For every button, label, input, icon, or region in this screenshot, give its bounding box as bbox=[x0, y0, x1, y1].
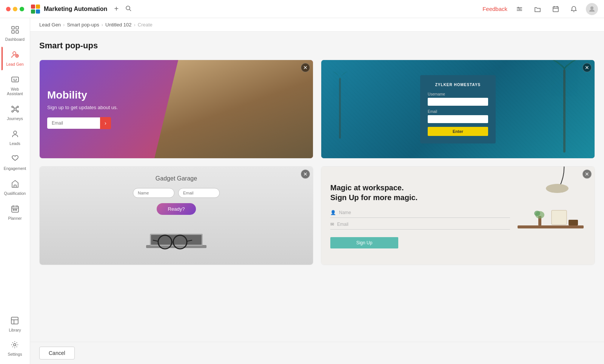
t4-name-icon: 👤 bbox=[330, 210, 336, 215]
settings-icon bbox=[11, 341, 19, 350]
main-layout: Dashboard Lead Gen Web Assistant Journey… bbox=[0, 18, 604, 364]
library-label: Library bbox=[9, 328, 21, 332]
sidebar-item-planner[interactable]: Planner bbox=[2, 201, 28, 224]
svg-rect-1 bbox=[36, 5, 40, 9]
breadcrumb-untitled[interactable]: Untitled 102 bbox=[105, 22, 131, 28]
templates-grid: Mobility Sign up to get updates about us… bbox=[39, 60, 595, 273]
t2-username-input[interactable] bbox=[428, 98, 488, 106]
sidebar-item-settings[interactable]: Settings bbox=[5, 337, 25, 360]
maximize-dot[interactable] bbox=[20, 7, 24, 11]
planner-icon bbox=[11, 205, 19, 214]
svg-rect-64 bbox=[552, 210, 567, 225]
t1-submit-button[interactable]: › bbox=[100, 117, 111, 129]
svg-point-30 bbox=[17, 106, 18, 108]
template-preview-zylker: ZYLKER HOMESTAYS Username Email Enter ✕ bbox=[321, 60, 595, 158]
svg-rect-11 bbox=[553, 7, 558, 12]
breadcrumb: Lead Gen › Smart pop-ups › Untitled 102 … bbox=[30, 18, 604, 32]
sidebar-item-dashboard[interactable]: Dashboard bbox=[2, 22, 28, 45]
svg-rect-42 bbox=[12, 206, 18, 212]
content-area: Lead Gen › Smart pop-ups › Untitled 102 … bbox=[30, 18, 604, 364]
qualification-label: Qualification bbox=[4, 191, 26, 196]
logo-icon bbox=[30, 4, 41, 14]
t4-title: Magic at workspace.Sign Up for more magi… bbox=[330, 183, 510, 202]
sidebar-item-qualification[interactable]: Qualification bbox=[2, 176, 28, 199]
svg-rect-53 bbox=[339, 78, 341, 139]
svg-point-68 bbox=[534, 211, 540, 216]
template-card-magic[interactable]: Magic at workspace.Sign Up for more magi… bbox=[321, 166, 595, 265]
svg-point-62 bbox=[546, 184, 569, 193]
template-card-mobility[interactable]: Mobility Sign up to get updates about us… bbox=[39, 60, 313, 159]
t3-fields bbox=[133, 188, 220, 198]
leads-label: Leads bbox=[9, 141, 20, 146]
t4-signup-button[interactable]: Sign Up bbox=[330, 237, 398, 248]
dashboard-icon bbox=[11, 26, 19, 35]
list-view-button[interactable] bbox=[513, 3, 525, 15]
minimize-dot[interactable] bbox=[13, 7, 17, 11]
app-logo: Marketing Automation bbox=[30, 4, 107, 14]
window-controls bbox=[6, 7, 24, 11]
svg-point-26 bbox=[13, 79, 14, 80]
folder-button[interactable] bbox=[532, 3, 544, 15]
sidebar-item-leads[interactable]: Leads bbox=[2, 126, 28, 150]
user-avatar[interactable] bbox=[586, 3, 598, 15]
svg-point-21 bbox=[13, 52, 16, 55]
titlebar-right: Feedback bbox=[482, 3, 598, 15]
engagement-label: Engagement bbox=[4, 166, 26, 171]
feedback-button[interactable]: Feedback bbox=[482, 6, 507, 12]
template-card-zylker[interactable]: ZYLKER HOMESTAYS Username Email Enter ✕ bbox=[321, 60, 595, 159]
sidebar-item-journeys[interactable]: Journeys bbox=[2, 101, 28, 125]
template-preview-magic: Magic at workspace.Sign Up for more magi… bbox=[321, 167, 595, 265]
template-close-zylker[interactable]: ✕ bbox=[582, 63, 592, 72]
t2-brand: ZYLKER HOMESTAYS bbox=[428, 83, 488, 87]
sidebar-item-engagement[interactable]: Engagement bbox=[2, 151, 28, 174]
breadcrumb-sep-1: › bbox=[63, 22, 65, 28]
svg-rect-63 bbox=[518, 225, 584, 228]
app-title: Marketing Automation bbox=[44, 6, 107, 12]
page-title: Smart pop-ups bbox=[39, 41, 595, 51]
t1-email-input[interactable] bbox=[47, 117, 100, 129]
sidebar-item-library[interactable]: Library bbox=[5, 313, 25, 336]
library-icon bbox=[11, 316, 19, 326]
notifications-button[interactable] bbox=[568, 3, 580, 15]
svg-line-36 bbox=[16, 110, 17, 111]
add-button[interactable]: + bbox=[112, 5, 121, 14]
sidebar-item-lead-gen[interactable]: Lead Gen bbox=[2, 47, 28, 70]
template-close-gadget[interactable]: ✕ bbox=[301, 170, 310, 179]
engagement-icon bbox=[11, 155, 19, 165]
svg-rect-17 bbox=[12, 26, 14, 29]
template-preview-gadget: Gadget Garage Ready? bbox=[40, 167, 313, 265]
t3-ready-button[interactable]: Ready? bbox=[157, 203, 196, 215]
svg-rect-0 bbox=[31, 5, 35, 9]
svg-rect-25 bbox=[12, 77, 18, 82]
t4-content: Magic at workspace.Sign Up for more magi… bbox=[330, 183, 510, 248]
t3-name-input[interactable] bbox=[133, 188, 174, 198]
dashboard-label: Dashboard bbox=[5, 37, 25, 42]
sidebar-item-web-assistant[interactable]: Web Assistant bbox=[2, 72, 28, 100]
svg-line-34 bbox=[16, 107, 17, 108]
active-indicator bbox=[2, 47, 3, 70]
sidebar: Dashboard Lead Gen Web Assistant Journey… bbox=[0, 18, 30, 364]
breadcrumb-lead-gen[interactable]: Lead Gen bbox=[39, 22, 61, 28]
search-button[interactable] bbox=[125, 5, 131, 13]
leads-icon bbox=[11, 130, 19, 140]
t3-email-input[interactable] bbox=[178, 188, 220, 198]
t2-email-input[interactable] bbox=[428, 115, 488, 123]
close-dot[interactable] bbox=[6, 7, 11, 11]
calendar-button[interactable] bbox=[550, 3, 562, 15]
svg-line-33 bbox=[13, 107, 14, 108]
template-close-magic[interactable]: ✕ bbox=[582, 170, 592, 179]
t2-enter-button[interactable]: Enter bbox=[428, 127, 488, 136]
svg-rect-19 bbox=[12, 31, 14, 33]
svg-line-35 bbox=[13, 110, 14, 111]
svg-point-4 bbox=[126, 6, 130, 10]
web-assistant-icon bbox=[11, 76, 19, 85]
t1-subtitle: Sign up to get updates about us. bbox=[47, 104, 118, 111]
breadcrumb-smart-popups[interactable]: Smart pop-ups bbox=[67, 22, 99, 28]
breadcrumb-create: Create bbox=[138, 22, 153, 28]
journeys-icon bbox=[11, 105, 19, 115]
svg-point-16 bbox=[590, 6, 593, 9]
cancel-button[interactable]: Cancel bbox=[39, 347, 75, 359]
template-card-gadget[interactable]: Gadget Garage Ready? bbox=[39, 166, 313, 265]
template-close-mobility[interactable]: ✕ bbox=[301, 63, 310, 72]
glasses-laptop-illustration bbox=[139, 226, 214, 256]
